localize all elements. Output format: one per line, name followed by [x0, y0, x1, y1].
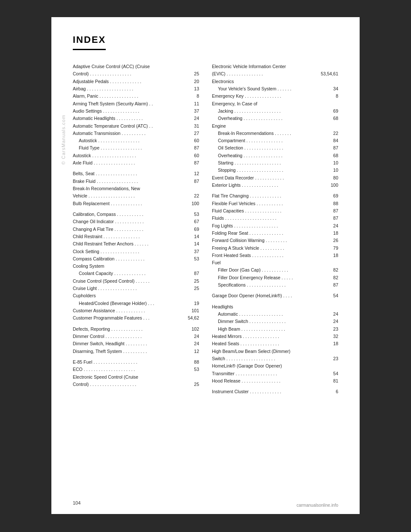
- list-item: E-85 Fuel . . . . . . . . . . . . . . . …: [73, 359, 199, 366]
- entry-text: Headlights: [212, 303, 338, 311]
- list-item: Cruise Control (Speed Control) . . . . .…: [73, 278, 199, 285]
- entry-page: 82: [325, 266, 338, 274]
- index-columns: Adaptive Cruise Control (ACC) (CruiseCon…: [73, 63, 338, 395]
- list-item: Coolant Capacity . . . . . . . . . . . .…: [73, 270, 199, 277]
- entry-page: 18: [325, 340, 338, 347]
- entry-text: Customer Programmable Features . . .: [73, 314, 186, 322]
- entry-page: 69: [325, 108, 338, 115]
- entry-page: 53: [186, 366, 199, 373]
- entry-page: 27: [186, 130, 199, 137]
- list-item: Alarm, Panic . . . . . . . . . . . . . .…: [73, 93, 199, 100]
- right-column: Electronic Vehicle Information Center(EV…: [212, 63, 338, 395]
- entry-text: Specifications . . . . . . . . . . . . .…: [218, 281, 325, 289]
- entry-text: Garage Door Opener (HomeLink®) . . . .: [212, 292, 325, 299]
- list-item: Electronic Vehicle Information Center: [212, 63, 338, 70]
- entry-page: 24: [325, 318, 338, 325]
- entry-text: Control) . . . . . . . . . . . . . . . .…: [73, 381, 186, 388]
- list-item: Heated/Cooled (Beverage Holder) . . .19: [73, 300, 199, 307]
- entry-text: Fluid Type . . . . . . . . . . . . . . .…: [79, 144, 186, 152]
- entry-page: 80: [325, 174, 338, 182]
- list-item: Specifications . . . . . . . . . . . . .…: [212, 281, 338, 289]
- entry-text: Filler Door (Gas Cap) . . . . . . . . . …: [218, 266, 325, 274]
- entry-text: Break-In Recommendations, New: [73, 185, 199, 192]
- entry-page: 67: [186, 218, 199, 225]
- entry-page: 14: [186, 240, 199, 248]
- entry-page: 87: [186, 178, 199, 185]
- list-item: (EVIC) . . . . . . . . . . . . . . .53,5…: [212, 70, 338, 78]
- entry-text: Autostick . . . . . . . . . . . . . . . …: [73, 152, 186, 159]
- list-item: Axle Fluid . . . . . . . . . . . . . . .…: [73, 159, 199, 167]
- list-item: Transmitter . . . . . . . . . . . . . . …: [212, 370, 338, 377]
- entry-page: 37: [186, 248, 199, 255]
- entry-text: Child Restraint . . . . . . . . . . . . …: [73, 233, 186, 240]
- list-item: Heated Mirrors . . . . . . . . . . . . .…: [212, 333, 338, 340]
- entry-page: 69: [325, 192, 338, 200]
- list-item: Fluids . . . . . . . . . . . . . . . . .…: [212, 215, 338, 222]
- entry-page: 23: [325, 326, 338, 333]
- entry-page: 25: [186, 381, 199, 388]
- entry-page: 88: [186, 359, 199, 366]
- entry-text: Customer Assistance . . . . . . . . . . …: [73, 307, 186, 314]
- page-number: 104: [73, 500, 80, 505]
- entry-page: 37: [186, 108, 199, 115]
- list-item: Clock Setting . . . . . . . . . . . . . …: [73, 248, 199, 255]
- list-item: Flat Tire Changing . . . . . . . . . . .…: [212, 192, 338, 200]
- list-item: Emergency Key . . . . . . . . . . . . . …: [212, 93, 338, 100]
- list-item: Switch . . . . . . . . . . . . . . . . .…: [212, 355, 338, 362]
- entry-page: 87: [325, 215, 338, 222]
- list-item: Garage Door Opener (HomeLink®) . . . .54: [212, 292, 338, 299]
- list-item: Emergency, In Case of: [212, 100, 338, 108]
- entry-text: Alarm, Panic . . . . . . . . . . . . . .…: [73, 93, 186, 100]
- entry-text: Disarming, Theft System . . . . . . . . …: [73, 348, 186, 355]
- list-item: Jacking . . . . . . . . . . . . . . . . …: [212, 108, 338, 115]
- entry-page: 25: [186, 278, 199, 285]
- list-item: Starting . . . . . . . . . . . . . . . .…: [212, 159, 338, 167]
- entry-page: 10: [325, 159, 338, 167]
- entry-text: Oil Selection . . . . . . . . . . . . . …: [218, 144, 325, 152]
- list-item: Front Heated Seats . . . . . . . . . . .…: [212, 252, 338, 259]
- entry-page: 12: [186, 170, 199, 177]
- entry-page: 54: [325, 370, 338, 377]
- list-item: Dimmer Control . . . . . . . . . . . . .…: [73, 333, 199, 340]
- entry-text: Engine: [212, 123, 338, 130]
- entry-page: 34: [325, 85, 338, 93]
- entry-text: Stopping . . . . . . . . . . . . . . . .…: [218, 167, 325, 174]
- list-item: Overheating . . . . . . . . . . . . . . …: [212, 152, 338, 159]
- entry-page: 60: [186, 152, 199, 159]
- entry-text: Heated Mirrors . . . . . . . . . . . . .…: [212, 333, 325, 340]
- left-column: Adaptive Cruise Control (ACC) (CruiseCon…: [73, 63, 199, 395]
- entry-text: Control) . . . . . . . . . . . . . . . .…: [73, 70, 186, 78]
- entry-page: 87: [325, 207, 338, 215]
- entry-text: Fuel: [212, 259, 338, 266]
- list-item: ECO . . . . . . . . . . . . . . . . . . …: [73, 366, 199, 373]
- entry-text: Calibration, Compass . . . . . . . . . .…: [73, 211, 186, 218]
- list-item: Stopping . . . . . . . . . . . . . . . .…: [212, 167, 338, 174]
- entry-page: 8: [325, 93, 338, 100]
- entry-text: Arming Theft System (Security Alarm) . .: [73, 100, 186, 108]
- list-item: Fluid Capacities . . . . . . . . . . . .…: [212, 207, 338, 215]
- entry-text: Exterior Lights . . . . . . . . . . . . …: [212, 182, 325, 189]
- entry-text: E-85 Fuel . . . . . . . . . . . . . . . …: [73, 359, 186, 366]
- list-item: Headlights: [212, 303, 338, 311]
- entry-text: Overheating . . . . . . . . . . . . . . …: [218, 115, 325, 122]
- list-item: Cruise Light . . . . . . . . . . . . . .…: [73, 285, 199, 292]
- entry-text: Bulb Replacement . . . . . . . . . . . .…: [73, 200, 186, 207]
- entry-page: 87: [186, 270, 199, 277]
- entry-page: 13: [186, 85, 199, 93]
- list-item: Freeing A Stuck Vehicle . . . . . . . . …: [212, 245, 338, 252]
- entry-page: 54,62: [186, 314, 199, 322]
- entry-text: Instrument Cluster . . . . . . . . . . .…: [212, 388, 325, 395]
- list-item: Heated Seats . . . . . . . . . . . . . .…: [212, 340, 338, 347]
- list-item: Arming Theft System (Security Alarm) . .…: [73, 100, 199, 108]
- entry-text: Electronics: [212, 78, 338, 85]
- entry-page: 18: [325, 230, 338, 237]
- list-item: Compass Calibration . . . . . . . . . . …: [73, 255, 199, 263]
- entry-text: Folding Rear Seat . . . . . . . . . . . …: [212, 230, 325, 237]
- list-item: Engine: [212, 123, 338, 130]
- entry-text: Change Oil Indicator . . . . . . . . . .…: [73, 218, 186, 225]
- entry-text: High Beam/Low Beam Select (Dimmer): [212, 348, 338, 355]
- entry-page: 81: [325, 377, 338, 385]
- list-item: Adjustable Pedals . . . . . . . . . . . …: [73, 78, 199, 85]
- entry-text: Automatic . . . . . . . . . . . . . . . …: [218, 311, 325, 318]
- entry-page: 32: [325, 333, 338, 340]
